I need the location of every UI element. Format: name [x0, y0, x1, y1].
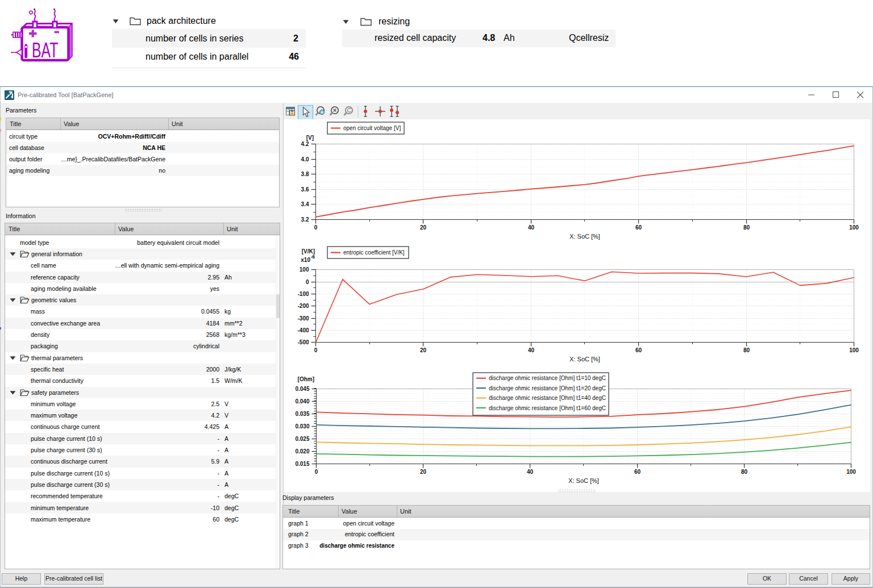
svg-text:60: 60 — [635, 224, 642, 231]
svg-text:0: 0 — [315, 469, 318, 475]
svg-text:-400: -400 — [297, 327, 309, 333]
svg-text:-500: -500 — [297, 339, 309, 345]
svg-text:discharge ohmic resistance [Oh: discharge ohmic resistance [Ohm] t1=40 d… — [489, 395, 606, 401]
svg-text:3.2: 3.2 — [301, 216, 309, 223]
svg-text:0: 0 — [306, 279, 309, 285]
svg-text:X: SoC [%]: X: SoC [%] — [568, 477, 599, 484]
svg-text:100: 100 — [849, 224, 859, 231]
svg-text:[Ohm]: [Ohm] — [298, 376, 314, 382]
svg-text:3.6: 3.6 — [301, 186, 309, 193]
svg-text:0.025: 0.025 — [295, 436, 309, 442]
svg-text:3.4: 3.4 — [301, 201, 309, 207]
svg-text:20: 20 — [420, 469, 427, 475]
svg-text:0: 0 — [314, 224, 318, 231]
svg-text:60: 60 — [635, 347, 642, 353]
svg-text:x10: x10 — [301, 257, 310, 263]
svg-text:-6: -6 — [310, 254, 315, 260]
svg-text:40: 40 — [528, 347, 535, 353]
svg-text:-300: -300 — [297, 315, 309, 322]
svg-text:discharge ohmic resistance [Oh: discharge ohmic resistance [Ohm] t1=20 d… — [489, 385, 606, 391]
svg-text:4.2: 4.2 — [301, 141, 309, 147]
svg-text:40: 40 — [528, 224, 535, 231]
svg-text:4.0: 4.0 — [301, 156, 309, 162]
svg-text:0.020: 0.020 — [295, 448, 309, 454]
svg-text:80: 80 — [743, 224, 750, 231]
svg-text:3.8: 3.8 — [301, 171, 309, 177]
svg-text:20: 20 — [420, 224, 427, 231]
svg-text:40: 40 — [527, 469, 534, 475]
svg-text:0.015: 0.015 — [295, 461, 309, 467]
svg-text:entropic coefficient [V/K]: entropic coefficient [V/K] — [343, 249, 405, 256]
svg-text:BAT: BAT — [32, 39, 59, 62]
svg-text:[V]: [V] — [306, 135, 314, 141]
svg-text:0.045: 0.045 — [295, 386, 309, 392]
svg-text:100: 100 — [300, 266, 309, 273]
svg-text:0.030: 0.030 — [295, 423, 309, 429]
svg-text:-100: -100 — [297, 291, 309, 297]
svg-text:20: 20 — [420, 347, 427, 353]
svg-text:0.040: 0.040 — [295, 398, 309, 404]
svg-text:X: SoC [%]: X: SoC [%] — [569, 356, 600, 362]
svg-text:discharge ohmic resistance [Oh: discharge ohmic resistance [Ohm] t1=10 d… — [489, 375, 606, 381]
svg-text:0: 0 — [314, 347, 318, 353]
svg-text:60: 60 — [634, 469, 641, 475]
svg-text:100: 100 — [846, 469, 856, 475]
svg-text:100: 100 — [849, 347, 859, 353]
svg-text:-200: -200 — [297, 303, 309, 309]
svg-text:80: 80 — [743, 347, 750, 353]
svg-text:X: SoC [%]: X: SoC [%] — [569, 233, 600, 240]
svg-text:open circuit voltage [V]: open circuit voltage [V] — [343, 125, 401, 131]
svg-text:80: 80 — [741, 469, 748, 475]
svg-text:0.035: 0.035 — [295, 411, 309, 417]
svg-text:discharge ohmic resistance [Oh: discharge ohmic resistance [Ohm] t1=60 d… — [489, 405, 606, 411]
